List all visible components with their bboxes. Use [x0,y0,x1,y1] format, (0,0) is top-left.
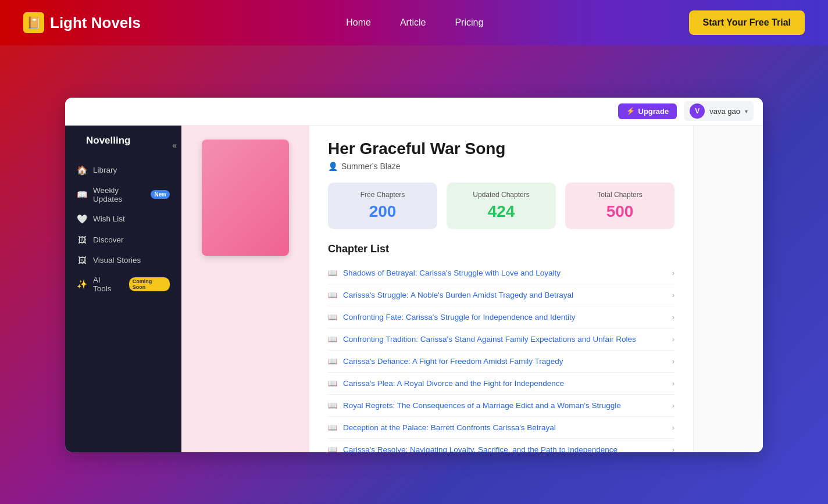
sidebar-item-visual-stories[interactable]: 🖼 Visual Stories [70,251,177,270]
chapter-item[interactable]: 📖 Confronting Fate: Carissa's Struggle f… [328,306,674,328]
sidebar-label-ai-tools: AI Tools [93,276,121,293]
chapter-chevron-icon: › [672,291,674,299]
stat-card-updated: Updated Chapters 424 [447,183,556,229]
chapter-item[interactable]: 📖 Carissa's Defiance: A Fight for Freedo… [328,351,674,373]
chapter-item[interactable]: 📖 Shadows of Betrayal: Carissa's Struggl… [328,262,674,284]
chapter-title: Confronting Tradition: Carissa's Stand A… [343,335,636,344]
chevron-down-icon: ▾ [745,108,748,115]
chapter-left: 📖 Deception at the Palace: Barrett Confr… [328,423,556,432]
sidebar-nav: 🏠 Library 📖 Weekly Updates New 🤍 Wish Li… [65,160,181,298]
chapter-title: Carissa's Struggle: A Noble's Burden Ami… [343,291,573,299]
chapter-left: 📖 Royal Regrets: The Consequences of a M… [328,401,621,410]
sidebar-label-library: Library [93,166,117,174]
upgrade-label: Upgrade [638,107,669,116]
discover-icon: 🖼 [77,235,87,245]
stat-value-updated: 424 [458,202,544,221]
user-menu[interactable]: V vava gao ▾ [684,101,754,121]
chapter-item[interactable]: 📖 Carissa's Struggle: A Noble's Burden A… [328,284,674,306]
chapter-item[interactable]: 📖 Carissa's Resolve: Navigating Loyalty,… [328,439,674,452]
sidebar-label-visual-stories: Visual Stories [93,256,141,264]
sidebar: Novelling « 🏠 Library 📖 Weekly Updates N… [65,126,181,452]
main-area: ⚡ Upgrade V vava gao ▾ Novelling « 🏠 [0,45,828,504]
sidebar-brand: Novelling [74,135,142,156]
nav-home[interactable]: Home [346,17,371,28]
chapter-book-icon: 📖 [328,335,337,344]
chapter-title: Shadows of Betrayal: Carissa's Struggle … [343,269,561,277]
content-area: Her Graceful War Song 👤 Summer's Blaze F… [309,126,693,452]
chapter-chevron-icon: › [672,313,674,321]
chapter-book-icon: 📖 [328,445,337,452]
sidebar-item-discover[interactable]: 🖼 Discover [70,230,177,249]
ai-icon: ✨ [77,279,87,289]
sidebar-item-wish-list[interactable]: 🤍 Wish List [70,209,177,229]
chapter-book-icon: 📖 [328,379,337,388]
stat-label-total: Total Chapters [577,191,663,199]
sidebar-label-wish-list: Wish List [93,215,125,223]
nav-pricing[interactable]: Pricing [455,17,483,28]
book-title: Her Graceful War Song [328,140,674,158]
nav-article[interactable]: Article [400,17,426,28]
top-nav: 📔 Light Novels Home Article Pricing Star… [0,0,828,45]
chapter-title: Deception at the Palace: Barrett Confron… [343,423,556,432]
chapter-book-icon: 📖 [328,401,337,410]
chapter-left: 📖 Carissa's Struggle: A Noble's Burden A… [328,291,573,299]
chapter-left: 📖 Carissa's Plea: A Royal Divorce and th… [328,379,564,388]
chapter-chevron-icon: › [672,379,674,388]
brand-title: Light Novels [50,14,141,32]
chapter-title: Carissa's Plea: A Royal Divorce and the … [343,379,564,388]
chapter-chevron-icon: › [672,269,674,277]
sidebar-label-discover: Discover [93,235,124,244]
chapter-left: 📖 Confronting Tradition: Carissa's Stand… [328,335,636,344]
nav-links: Home Article Pricing [346,17,483,28]
chapter-title: Royal Regrets: The Consequences of a Mar… [343,401,621,410]
chapter-item[interactable]: 📖 Carissa's Plea: A Royal Divorce and th… [328,373,674,395]
chapter-title: Carissa's Resolve: Navigating Loyalty, S… [343,445,618,452]
chapter-left: 📖 Carissa's Defiance: A Fight for Freedo… [328,357,563,366]
user-avatar: V [690,103,705,119]
chapter-chevron-icon: › [672,357,674,366]
chapter-chevron-icon: › [672,445,674,452]
cta-button[interactable]: Start Your Free Trial [689,10,805,35]
lightning-icon: ⚡ [626,107,635,115]
app-topbar: ⚡ Upgrade V vava gao ▾ [65,98,763,126]
book-cover [202,140,289,256]
coming-soon-badge: Coming Soon [129,277,170,291]
chapter-chevron-icon: › [672,423,674,432]
stat-label-updated: Updated Chapters [458,191,544,199]
stat-value-free: 200 [340,202,426,221]
upgrade-button[interactable]: ⚡ Upgrade [618,103,677,119]
chapter-chevron-icon: › [672,335,674,344]
sidebar-label-weekly-updates: Weekly Updates [93,186,142,203]
app-body: Novelling « 🏠 Library 📖 Weekly Updates N… [65,126,763,452]
app-window: ⚡ Upgrade V vava gao ▾ Novelling « 🏠 [65,98,763,452]
chapter-item[interactable]: 📖 Royal Regrets: The Consequences of a M… [328,395,674,417]
chapter-left: 📖 Confronting Fate: Carissa's Struggle f… [328,313,576,321]
brand: 📔 Light Novels [23,12,141,33]
stats-row: Free Chapters 200 Updated Chapters 424 T… [328,183,674,229]
stat-card-total: Total Chapters 500 [565,183,674,229]
new-badge: New [151,190,170,199]
right-panel [693,126,763,452]
sidebar-item-ai-tools[interactable]: ✨ AI Tools Coming Soon [70,271,177,298]
sidebar-header: Novelling « [65,135,181,160]
chapter-left: 📖 Shadows of Betrayal: Carissa's Struggl… [328,269,561,277]
sidebar-collapse-button[interactable]: « [172,141,177,150]
sidebar-item-weekly-updates[interactable]: 📖 Weekly Updates New [70,181,177,208]
book-icon: 📖 [77,190,87,200]
book-author: 👤 Summer's Blaze [328,162,674,171]
stat-value-total: 500 [577,202,663,221]
chapter-book-icon: 📖 [328,423,337,432]
user-name: vava gao [709,107,740,116]
chapter-title: Carissa's Defiance: A Fight for Freedom … [343,357,563,366]
cover-panel [181,126,309,452]
chapter-item[interactable]: 📖 Confronting Tradition: Carissa's Stand… [328,328,674,351]
chapter-item[interactable]: 📖 Deception at the Palace: Barrett Confr… [328,417,674,439]
chapter-chevron-icon: › [672,401,674,410]
brand-icon: 📔 [23,12,44,33]
sidebar-item-library[interactable]: 🏠 Library [70,160,177,180]
chapter-book-icon: 📖 [328,269,337,277]
visual-icon: 🖼 [77,255,87,265]
stat-label-free: Free Chapters [340,191,426,199]
chapter-book-icon: 📖 [328,357,337,366]
stat-card-free: Free Chapters 200 [328,183,437,229]
